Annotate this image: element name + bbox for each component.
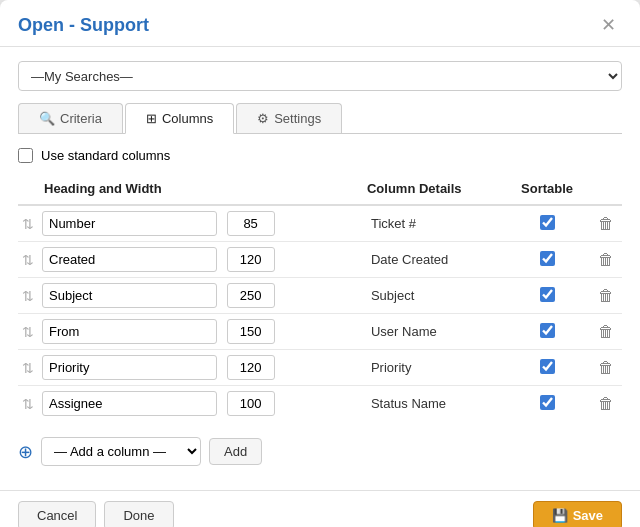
add-column-row: ⊕ — Add a column — Add <box>18 433 622 466</box>
table-row: ⇅ Subject 🗑 <box>18 278 622 314</box>
width-input[interactable] <box>227 247 275 272</box>
sortable-cell <box>504 350 590 386</box>
drag-handle[interactable]: ⇅ <box>18 242 38 278</box>
use-standard-label[interactable]: Use standard columns <box>41 148 170 163</box>
dialog-body: —My Searches— 🔍 Criteria ⊞ Columns ⚙ Set… <box>0 47 640 490</box>
tab-settings-label: Settings <box>274 111 321 126</box>
table-row: ⇅ Ticket # 🗑 <box>18 205 622 242</box>
dialog-header: Open - Support ✕ <box>0 0 640 47</box>
delete-col-header <box>590 177 622 205</box>
delete-row-button[interactable]: 🗑 <box>590 247 622 273</box>
tabs-bar: 🔍 Criteria ⊞ Columns ⚙ Settings <box>18 103 622 134</box>
drag-handle[interactable]: ⇅ <box>18 314 38 350</box>
delete-row-button[interactable]: 🗑 <box>590 391 622 417</box>
tab-columns[interactable]: ⊞ Columns <box>125 103 234 134</box>
sortable-checkbox[interactable] <box>540 359 555 374</box>
save-button[interactable]: 💾 Save <box>533 501 622 527</box>
columns-icon: ⊞ <box>146 111 157 126</box>
delete-row-button[interactable]: 🗑 <box>590 355 622 381</box>
my-searches-select[interactable]: —My Searches— <box>18 61 622 91</box>
heading-input[interactable] <box>42 247 217 272</box>
drag-handle[interactable]: ⇅ <box>18 278 38 314</box>
width-input[interactable] <box>227 283 275 308</box>
sortable-checkbox[interactable] <box>540 287 555 302</box>
delete-cell: 🗑 <box>590 278 622 314</box>
column-detail: Subject <box>361 278 504 314</box>
sortable-header: Sortable <box>504 177 590 205</box>
heading-width-header: Heading and Width <box>38 177 361 205</box>
save-label: Save <box>573 508 603 523</box>
heading-input[interactable] <box>42 211 217 236</box>
column-details-header: Column Details <box>361 177 504 205</box>
sortable-checkbox[interactable] <box>540 395 555 410</box>
dialog: Open - Support ✕ —My Searches— 🔍 Criteri… <box>0 0 640 527</box>
delete-cell: 🗑 <box>590 350 622 386</box>
sortable-cell <box>504 242 590 278</box>
drag-col-header <box>18 177 38 205</box>
dialog-title: Open - Support <box>18 15 149 36</box>
add-column-button[interactable]: Add <box>209 438 262 465</box>
sortable-checkbox[interactable] <box>540 323 555 338</box>
sortable-cell <box>504 278 590 314</box>
heading-input[interactable] <box>42 319 217 344</box>
delete-cell: 🗑 <box>590 205 622 242</box>
dialog-footer: Cancel Done 💾 Save <box>0 490 640 527</box>
sortable-cell <box>504 386 590 422</box>
use-standard-checkbox[interactable] <box>18 148 33 163</box>
tab-settings[interactable]: ⚙ Settings <box>236 103 342 133</box>
sortable-cell <box>504 314 590 350</box>
sortable-cell <box>504 205 590 242</box>
drag-handle[interactable]: ⇅ <box>18 350 38 386</box>
column-detail: Priority <box>361 350 504 386</box>
drag-handle[interactable]: ⇅ <box>18 205 38 242</box>
width-input[interactable] <box>227 211 275 236</box>
search-icon: 🔍 <box>39 111 55 126</box>
table-row: ⇅ Priority 🗑 <box>18 350 622 386</box>
delete-cell: 🗑 <box>590 386 622 422</box>
width-input[interactable] <box>227 319 275 344</box>
delete-row-button[interactable]: 🗑 <box>590 283 622 309</box>
add-column-select[interactable]: — Add a column — <box>41 437 201 466</box>
footer-left: Cancel Done <box>18 501 174 527</box>
column-detail: User Name <box>361 314 504 350</box>
gear-icon: ⚙ <box>257 111 269 126</box>
heading-input[interactable] <box>42 355 217 380</box>
table-row: ⇅ User Name 🗑 <box>18 314 622 350</box>
tab-criteria[interactable]: 🔍 Criteria <box>18 103 123 133</box>
delete-row-button[interactable]: 🗑 <box>590 319 622 345</box>
column-detail: Date Created <box>361 242 504 278</box>
heading-input[interactable] <box>42 283 217 308</box>
width-input[interactable] <box>227 355 275 380</box>
heading-input[interactable] <box>42 391 217 416</box>
use-standard-row: Use standard columns <box>18 148 622 163</box>
delete-row-button[interactable]: 🗑 <box>590 211 622 237</box>
add-column-icon[interactable]: ⊕ <box>18 441 33 463</box>
search-select-row: —My Searches— <box>18 61 622 91</box>
sortable-checkbox[interactable] <box>540 251 555 266</box>
sortable-checkbox[interactable] <box>540 215 555 230</box>
column-detail: Status Name <box>361 386 504 422</box>
table-row: ⇅ Date Created 🗑 <box>18 242 622 278</box>
cancel-button[interactable]: Cancel <box>18 501 96 527</box>
tab-criteria-label: Criteria <box>60 111 102 126</box>
tab-columns-label: Columns <box>162 111 213 126</box>
columns-table: Heading and Width Column Details Sortabl… <box>18 177 622 421</box>
table-row: ⇅ Status Name 🗑 <box>18 386 622 422</box>
delete-cell: 🗑 <box>590 314 622 350</box>
close-button[interactable]: ✕ <box>595 14 622 36</box>
delete-cell: 🗑 <box>590 242 622 278</box>
width-input[interactable] <box>227 391 275 416</box>
done-button[interactable]: Done <box>104 501 173 527</box>
drag-handle[interactable]: ⇅ <box>18 386 38 422</box>
save-icon: 💾 <box>552 508 568 523</box>
column-detail: Ticket # <box>361 205 504 242</box>
